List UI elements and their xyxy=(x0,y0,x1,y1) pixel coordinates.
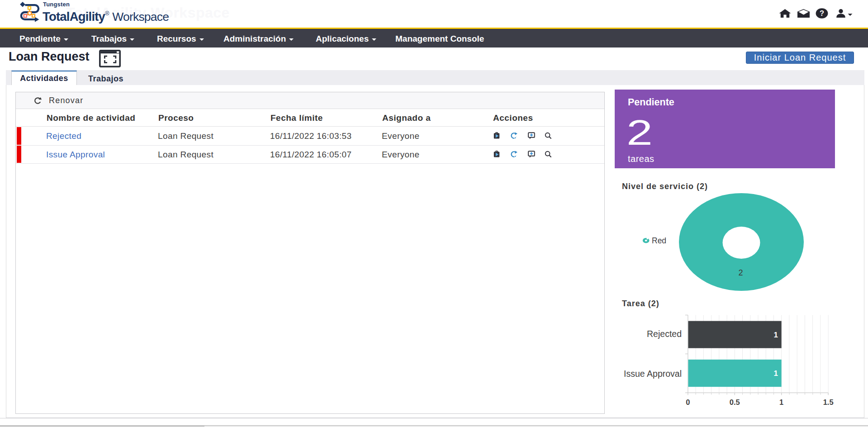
svg-text:1: 1 xyxy=(779,398,783,406)
svg-text:1.5: 1.5 xyxy=(823,398,834,406)
svg-text:1: 1 xyxy=(774,369,778,378)
svg-text:0: 0 xyxy=(686,398,690,406)
svg-text:2: 2 xyxy=(738,268,743,277)
svg-text:0.5: 0.5 xyxy=(730,398,740,406)
svg-text:Rejected: Rejected xyxy=(647,329,682,339)
svg-text:?: ? xyxy=(820,9,824,17)
svg-text:1: 1 xyxy=(774,331,778,339)
svg-text:Issue Approval: Issue Approval xyxy=(624,369,682,379)
